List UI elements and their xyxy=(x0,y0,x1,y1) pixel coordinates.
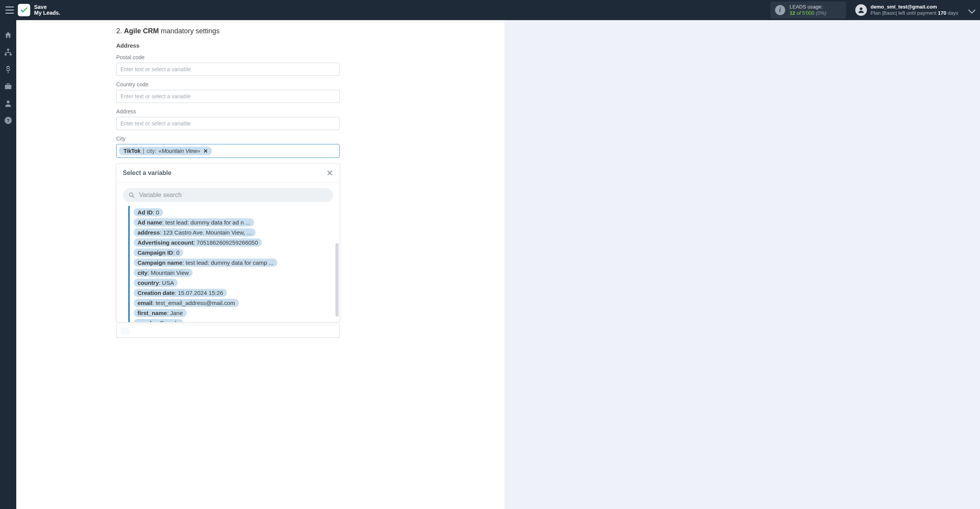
next-field-peek[interactable] xyxy=(116,325,340,338)
dropdown-scrollbar[interactable] xyxy=(335,243,339,317)
chip-value: «Mountain View» xyxy=(158,148,200,154)
variable-option-key: country xyxy=(138,279,159,286)
account-email: demo_sml_test@gmail.com xyxy=(871,4,958,10)
postal-code-label: Postal code xyxy=(116,54,340,60)
group-label: Address xyxy=(116,42,504,49)
variable-option[interactable]: gender: Female xyxy=(134,319,183,322)
variable-option[interactable]: Campaign name: test lead: dummy data for… xyxy=(134,259,277,267)
account-box[interactable]: demo_sml_test@gmail.com Plan |Basic| lef… xyxy=(855,4,975,17)
variable-option[interactable]: first_name: Jane xyxy=(134,309,187,317)
variable-option-value: : Jane xyxy=(167,310,183,316)
variable-option-key: gender xyxy=(138,320,157,322)
variable-option-key: Creation date xyxy=(138,290,175,296)
variable-option-value: : test lead: dummy data for ad n ... xyxy=(162,219,250,226)
country-code-label: Country code xyxy=(116,81,340,87)
variable-search[interactable] xyxy=(123,188,333,202)
variable-option[interactable]: Creation date: 15.07.2024 15:26 xyxy=(134,289,227,297)
usage-pct: (0%) xyxy=(816,10,826,16)
dropdown-title: Select a variable xyxy=(123,170,171,177)
variable-option[interactable]: Campaign ID: 0 xyxy=(134,249,183,257)
variable-option-value: : 0 xyxy=(153,209,159,216)
variable-option[interactable]: city: Mountain View xyxy=(134,269,193,277)
account-text: demo_sml_test@gmail.com Plan |Basic| lef… xyxy=(871,4,958,17)
variable-option-key: Campaign ID xyxy=(138,249,173,256)
section-title: 2. Agile CRM mandatory settings xyxy=(116,27,504,35)
usage-of: of xyxy=(797,10,801,16)
chevron-down-icon[interactable] xyxy=(968,6,976,14)
user-icon[interactable] xyxy=(4,99,12,108)
usage-used: 12 xyxy=(790,10,795,16)
settings-card: 2. Agile CRM mandatory settings Address … xyxy=(16,20,504,509)
dollar-icon[interactable] xyxy=(4,65,12,74)
usage-box[interactable]: i LEADS usage: 12 of 5'000 (0%) xyxy=(770,2,846,19)
usage-text: LEADS usage: 12 of 5'000 (0%) xyxy=(790,4,827,17)
usage-limit: 5'000 xyxy=(802,10,814,16)
briefcase-icon[interactable] xyxy=(4,82,12,91)
home-icon[interactable] xyxy=(4,31,12,39)
section-rest: mandatory settings xyxy=(159,27,220,35)
svg-point-8 xyxy=(129,193,133,196)
chip-separator: | xyxy=(143,148,144,154)
variable-option-key: Campaign name xyxy=(138,259,182,266)
city-input[interactable]: TikTok | city: «Mountain View» ✕ xyxy=(116,144,340,158)
variable-option-value: : test_email_address@mail.com xyxy=(152,300,235,306)
section-brand: Agile CRM xyxy=(124,27,159,35)
usage-label: LEADS usage: xyxy=(790,4,827,10)
variable-option-value: : 123 Castro Ave. Mountain View, ... xyxy=(160,229,252,236)
variable-option-value: : 7051862609259266050 xyxy=(193,239,258,246)
ghost-chip xyxy=(120,327,130,335)
variable-option-value: : USA xyxy=(159,279,174,286)
field-postal-code: Postal code xyxy=(116,54,340,76)
variable-option-key: city xyxy=(138,269,148,276)
dropdown-close-icon[interactable]: ✕ xyxy=(327,168,333,178)
variable-option[interactable]: country: USA xyxy=(134,279,178,287)
variable-option[interactable]: Advertising account: 7051862609259266050 xyxy=(134,238,262,247)
variable-option[interactable]: address: 123 Castro Ave. Mountain View, … xyxy=(134,228,256,237)
topbar: Save My Leads. i LEADS usage: 12 of 5'00… xyxy=(0,0,980,20)
sitemap-icon[interactable] xyxy=(4,48,12,57)
variable-list: Ad ID: 0Ad name: test lead: dummy data f… xyxy=(134,208,335,322)
variable-option-value: : Female xyxy=(157,320,179,322)
brand-name: Save My Leads. xyxy=(34,4,60,15)
variable-option[interactable]: email: test_email_address@mail.com xyxy=(134,299,239,307)
variable-option-value: : Mountain View xyxy=(148,269,189,276)
address-input[interactable] xyxy=(116,117,340,130)
variable-option[interactable]: Ad name: test lead: dummy data for ad n … xyxy=(134,218,254,226)
variable-option-value: : 0 xyxy=(173,249,180,256)
variable-option-key: Ad ID xyxy=(138,209,153,216)
info-icon: i xyxy=(775,5,785,15)
chip-key: city: xyxy=(146,148,156,154)
variable-search-input[interactable] xyxy=(139,192,328,199)
chip-remove-icon[interactable]: ✕ xyxy=(203,148,208,154)
variable-option[interactable]: Ad ID: 0 xyxy=(134,208,163,216)
section-step: 2. xyxy=(116,27,124,35)
hamburger-menu-icon[interactable] xyxy=(5,7,14,14)
field-country-code: Country code xyxy=(116,81,340,103)
chip-source: TikTok xyxy=(124,148,141,154)
plan-days: 170 xyxy=(938,10,946,16)
plan-prefix: Plan |Basic| left until payment xyxy=(871,10,938,16)
svg-line-9 xyxy=(132,196,134,197)
brand-logo[interactable] xyxy=(18,4,30,16)
postal-code-input[interactable] xyxy=(116,63,340,76)
city-label: City xyxy=(116,135,340,142)
variable-option-key: email xyxy=(138,300,152,306)
svg-rect-3 xyxy=(10,54,12,56)
field-city: City TikTok | city: «Mountain View» ✕ xyxy=(116,135,340,158)
city-variable-chip[interactable]: TikTok | city: «Mountain View» ✕ xyxy=(119,147,212,155)
variable-option-value: : 15.07.2024 15:26 xyxy=(175,290,223,296)
svg-point-5 xyxy=(7,101,9,103)
account-plan: Plan |Basic| left until payment 170 days xyxy=(871,10,958,16)
variable-option-key: Advertising account xyxy=(138,239,193,246)
variable-option-value: : test lead: dummy data for camp ... xyxy=(182,259,273,266)
help-icon[interactable]: ? xyxy=(4,116,12,125)
brand-line-1: Save xyxy=(34,4,60,10)
svg-rect-2 xyxy=(5,54,7,56)
svg-point-0 xyxy=(860,7,862,10)
svg-rect-4 xyxy=(5,85,12,89)
variable-dropdown: Select a variable ✕ Ad ID: 0Ad name: tes… xyxy=(116,163,340,322)
brand-line-2: My Leads. xyxy=(34,10,60,16)
country-code-input[interactable] xyxy=(116,90,340,103)
variable-option-key: address xyxy=(138,229,160,236)
field-address: Address xyxy=(116,108,340,130)
